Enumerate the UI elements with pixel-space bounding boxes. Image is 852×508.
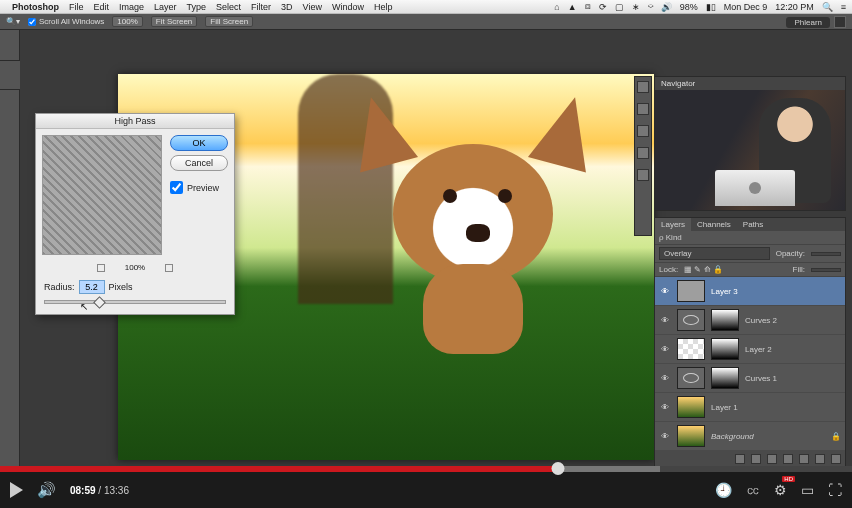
paragraph-icon[interactable]: [637, 147, 649, 159]
fullscreen-icon[interactable]: ⛶: [828, 482, 842, 498]
battery-pct: 98%: [680, 2, 698, 12]
tab-layers[interactable]: Layers: [655, 218, 691, 231]
cloud-icon[interactable]: ▲: [568, 2, 577, 12]
zoom-dropdown[interactable]: 100%: [112, 16, 142, 27]
layer-thumb[interactable]: [677, 425, 705, 447]
theater-mode-icon[interactable]: ▭: [801, 482, 814, 498]
menu-file[interactable]: File: [69, 2, 84, 12]
notifications-icon[interactable]: ≡: [841, 2, 846, 12]
layer-row[interactable]: 👁Curves 1: [655, 364, 845, 393]
layer-name[interactable]: Curves 1: [745, 374, 841, 383]
settings-icon[interactable]: ⚙HD: [774, 482, 787, 498]
visibility-icon[interactable]: 👁: [659, 287, 671, 296]
layer-row[interactable]: 👁Layer 2: [655, 335, 845, 364]
menu-select[interactable]: Select: [216, 2, 241, 12]
progress-bar[interactable]: [0, 466, 852, 472]
layer-thumb[interactable]: [677, 309, 705, 331]
dropbox-icon[interactable]: ⧈: [585, 1, 591, 12]
sync-icon[interactable]: ⟳: [599, 2, 607, 12]
layer-name[interactable]: Layer 1: [711, 403, 841, 412]
navigator-tab[interactable]: Navigator: [655, 77, 845, 90]
collapsed-panel-dock[interactable]: [634, 76, 652, 236]
visibility-icon[interactable]: 👁: [659, 403, 671, 412]
workspace-menu-icon[interactable]: [834, 16, 846, 28]
layer-thumb[interactable]: [677, 280, 705, 302]
layer-mask-thumb[interactable]: [711, 367, 739, 389]
layer-name[interactable]: Curves 2: [745, 316, 841, 325]
fill-screen-button[interactable]: Fill Screen: [205, 16, 253, 27]
menu-image[interactable]: Image: [119, 2, 144, 12]
lock-icons[interactable]: ▦ ✎ ⟰ 🔒: [684, 265, 723, 274]
opacity-input[interactable]: [811, 252, 841, 256]
filter-preview[interactable]: [42, 135, 162, 255]
zoom-out-button[interactable]: [97, 264, 105, 272]
cancel-button[interactable]: Cancel: [170, 155, 228, 171]
layer-row[interactable]: 👁Layer 1: [655, 393, 845, 422]
layer-fx-icon[interactable]: [751, 454, 761, 464]
menu-layer[interactable]: Layer: [154, 2, 177, 12]
menu-edit[interactable]: Edit: [94, 2, 110, 12]
link-layers-icon[interactable]: [735, 454, 745, 464]
watch-later-icon[interactable]: 🕘: [715, 482, 732, 498]
blend-mode-select[interactable]: Overlay: [659, 247, 770, 260]
account-chip[interactable]: Phlearn: [786, 17, 830, 28]
layer-mask-thumb[interactable]: [711, 338, 739, 360]
menu-type[interactable]: Type: [187, 2, 207, 12]
layer-row[interactable]: 👁Layer 3: [655, 277, 845, 306]
radius-slider[interactable]: [44, 300, 226, 304]
radius-input[interactable]: [79, 280, 105, 294]
layer-name[interactable]: Layer 3: [711, 287, 841, 296]
kind-filter-label: ρ Kind: [659, 233, 682, 242]
wifi-icon[interactable]: ⌔: [648, 2, 653, 12]
layer-mask-thumb[interactable]: [711, 309, 739, 331]
visibility-icon[interactable]: 👁: [659, 374, 671, 383]
zoom-in-button[interactable]: [165, 264, 173, 272]
layer-row[interactable]: 👁Curves 2: [655, 306, 845, 335]
preview-checkbox[interactable]: Preview: [170, 181, 228, 194]
ok-button[interactable]: OK: [170, 135, 228, 151]
layer-group-icon[interactable]: [799, 454, 809, 464]
tab-paths[interactable]: Paths: [737, 218, 769, 231]
play-button[interactable]: [10, 482, 23, 498]
spotlight-icon[interactable]: 🔍: [822, 2, 833, 12]
cc-icon[interactable]: ⌂: [554, 2, 559, 12]
menu-3d[interactable]: 3D: [281, 2, 293, 12]
history-icon[interactable]: [637, 81, 649, 93]
fit-screen-button[interactable]: Fit Screen: [151, 16, 197, 27]
tool-bar[interactable]: [0, 30, 20, 466]
canvas-content-dog: [368, 114, 578, 324]
menu-window[interactable]: Window: [332, 2, 364, 12]
new-layer-icon[interactable]: [815, 454, 825, 464]
display-icon[interactable]: ▢: [615, 2, 624, 12]
layer-name[interactable]: Background: [711, 432, 825, 441]
layer-thumb[interactable]: [677, 367, 705, 389]
volume-icon[interactable]: 🔊: [661, 2, 672, 12]
tab-channels[interactable]: Channels: [691, 218, 737, 231]
menu-help[interactable]: Help: [374, 2, 393, 12]
brush-icon[interactable]: [637, 169, 649, 181]
fill-input[interactable]: [811, 268, 841, 272]
layer-name[interactable]: Layer 2: [745, 345, 841, 354]
app-name[interactable]: Photoshop: [12, 2, 59, 12]
workspace-switcher[interactable]: Phlearn: [786, 14, 846, 30]
layer-thumb[interactable]: [677, 396, 705, 418]
visibility-icon[interactable]: 👁: [659, 345, 671, 354]
volume-icon[interactable]: 🔊: [37, 481, 56, 499]
character-icon[interactable]: [637, 125, 649, 137]
tool-preset-icon[interactable]: 🔍▾: [6, 17, 20, 26]
scroll-all-checkbox[interactable]: Scroll All Windows: [28, 17, 104, 26]
menu-view[interactable]: View: [303, 2, 322, 12]
swatches-icon[interactable]: [637, 103, 649, 115]
battery-icon[interactable]: ▮▯: [706, 2, 716, 12]
bluetooth-icon[interactable]: ∗: [632, 2, 640, 12]
progress-handle[interactable]: [552, 462, 565, 475]
adjustment-layer-icon[interactable]: [783, 454, 793, 464]
visibility-icon[interactable]: 👁: [659, 316, 671, 325]
layer-row[interactable]: 👁Background🔒: [655, 422, 845, 451]
visibility-icon[interactable]: 👁: [659, 432, 671, 441]
layer-thumb[interactable]: [677, 338, 705, 360]
menu-filter[interactable]: Filter: [251, 2, 271, 12]
captions-icon[interactable]: ㏄: [746, 481, 760, 499]
layer-mask-icon[interactable]: [767, 454, 777, 464]
trash-icon[interactable]: [831, 454, 841, 464]
